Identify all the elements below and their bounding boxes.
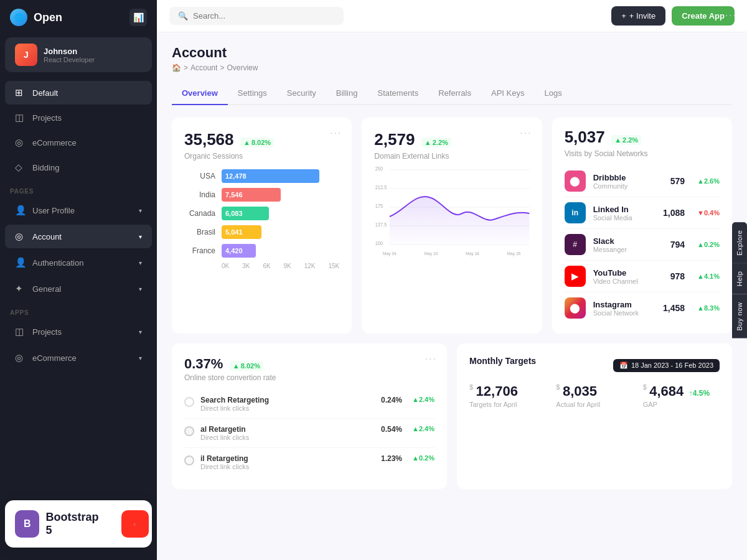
- conversion-item-2: al Retargetin Direct link clicks 0.54% ▲…: [184, 419, 435, 448]
- sidebar-logo: 🌐 Open 📊: [0, 0, 157, 35]
- sidebar-item-account[interactable]: ◎ Account ▾: [5, 225, 152, 248]
- social-youtube: ▶ YouTube Video Channel 978 ▲4.1%: [565, 261, 720, 292]
- stat-label: Domain External Links: [374, 152, 529, 161]
- more-options-icon[interactable]: ···: [520, 128, 532, 139]
- sidebar-item-general[interactable]: ✦ General ▾: [5, 277, 152, 301]
- conversion-value: 0.37%: [184, 356, 223, 371]
- bar-row-brasil: Brasil 5,041: [184, 225, 339, 239]
- bottom-grid: 0.37% ▲ 8.02% Online store convertion ra…: [172, 343, 732, 489]
- conversion-item-1: Search Retargeting Direct link clicks 0.…: [184, 390, 435, 419]
- home-icon: 🏠: [172, 63, 181, 72]
- sidebar-item-projects[interactable]: ◫ Projects: [5, 106, 152, 129]
- sidebar-item-default[interactable]: ⊞ Default: [5, 81, 152, 105]
- stat-badge: ▲ 2.2%: [421, 138, 451, 147]
- actual-april: $ 8,035 Actual for April: [556, 383, 632, 408]
- page-header: Account 🏠 > Account > Overview: [172, 45, 732, 72]
- sidebar-item-ecommerce[interactable]: ◎ eCommerce: [5, 131, 152, 154]
- tab-overview[interactable]: Overview: [172, 82, 228, 105]
- tab-security[interactable]: Security: [277, 82, 326, 105]
- bidding-icon: ◇: [15, 162, 26, 173]
- social-slack: # Slack Messanger 794 ▲0.2%: [565, 229, 720, 261]
- search-box[interactable]: 🔍: [169, 7, 344, 25]
- bar-chart: USA 12,478 India 7,546 Canada: [184, 169, 339, 269]
- conversion-label: Online store convertion rate: [184, 373, 435, 382]
- stat-social-visits: 5,037 ▲ 2.2% Visits by Social Networks ·…: [552, 118, 732, 334]
- tab-api-keys[interactable]: API Keys: [481, 82, 534, 105]
- apps-section-label: APPS: [0, 302, 157, 319]
- auth-icon: 👤: [15, 257, 26, 268]
- stat-label: Organic Sessions: [184, 152, 339, 161]
- svg-text:212.5: 212.5: [375, 184, 387, 190]
- stat-value: 5,037: [565, 128, 605, 146]
- social-dribbble: ⬤ Dribbble Community 579 ▲2.6%: [565, 166, 720, 197]
- sidebar-item-user-profile[interactable]: 👤 User Profile ▾: [5, 198, 152, 222]
- more-options-icon[interactable]: ···: [330, 128, 342, 139]
- slack-icon: #: [565, 234, 586, 255]
- date-range: 📅 18 Jan 2023 - 16 Feb 2023: [613, 359, 720, 372]
- more-options-icon[interactable]: ···: [425, 353, 437, 365]
- breadcrumb-account[interactable]: Account: [190, 63, 217, 72]
- stat-value: 2,579: [374, 130, 415, 149]
- pages-section-label: PAGES: [0, 180, 157, 197]
- plus-icon: +: [621, 11, 626, 21]
- analytics-icon[interactable]: 📊: [129, 9, 147, 26]
- stat-badge: ▲ 8.02%: [240, 138, 274, 147]
- calendar-icon: 📅: [619, 362, 628, 370]
- side-tabs: Explore Help Buy now: [732, 222, 747, 338]
- sidebar-item-bidding[interactable]: ◇ Bidding: [5, 156, 152, 179]
- dribbble-icon: ⬤: [565, 170, 586, 192]
- invite-button[interactable]: + + Invite: [611, 6, 665, 26]
- sidebar-item-ecommerce-app[interactable]: ◎ eCommerce ▾: [5, 346, 152, 370]
- stat-value: 35,568: [184, 130, 234, 149]
- monthly-targets-title: Monthly Targets: [469, 356, 536, 366]
- search-input[interactable]: [193, 11, 335, 21]
- tab-settings[interactable]: Settings: [228, 82, 277, 105]
- svg-text:100: 100: [375, 240, 383, 246]
- main-content: 🔍 + + Invite Create App Account 🏠 > Acco…: [157, 0, 747, 560]
- svg-text:May 04: May 04: [383, 250, 397, 256]
- stat-domain-links: 2,579 ▲ 2.2% Domain External Links ··· 2…: [362, 118, 542, 334]
- explore-tab[interactable]: Explore: [732, 222, 747, 263]
- linkedin-icon: in: [565, 202, 586, 223]
- avatar: J: [15, 44, 37, 66]
- breadcrumb-overview: Overview: [227, 63, 258, 72]
- svg-text:137.5: 137.5: [375, 222, 387, 228]
- instagram-icon: ⬤: [565, 297, 586, 319]
- chevron-down-icon: ▾: [139, 355, 142, 362]
- tab-logs[interactable]: Logs: [534, 82, 571, 105]
- help-tab[interactable]: Help: [732, 263, 747, 294]
- ecommerce-icon: ◎: [15, 137, 26, 148]
- sidebar-item-authentication[interactable]: 👤 Authentication ▾: [5, 251, 152, 274]
- tab-statements[interactable]: Statements: [367, 82, 428, 105]
- bar-row-usa: USA 12,478: [184, 169, 339, 183]
- stats-grid: 35,568 ▲ 8.02% Organic Sessions ··· USA …: [172, 118, 732, 334]
- projects-app-icon: ◫: [15, 326, 26, 337]
- bar-row-canada: Canada 6,083: [184, 207, 339, 220]
- laravel-icon: 🔺: [121, 510, 149, 538]
- social-instagram: ⬤ Instagram Social Network 1,458 ▲8.3%: [565, 292, 720, 324]
- sidebar-item-projects-app[interactable]: ◫ Projects ▾: [5, 320, 152, 343]
- gap: $ 4,684 ↑4.5% GAP: [643, 383, 720, 408]
- target-april: $ 12,706 Targets for April: [469, 383, 546, 408]
- conversion-badge: ▲ 8.02%: [230, 361, 263, 371]
- app-name: Open: [34, 11, 62, 24]
- user-card[interactable]: J Johnson React Developer: [5, 37, 152, 72]
- chevron-down-icon: ▾: [139, 329, 142, 335]
- laravel-label: Laravel: [155, 518, 157, 531]
- content-area: Account 🏠 > Account > Overview Overview …: [157, 32, 747, 560]
- page-title: Account: [172, 45, 732, 61]
- monthly-targets-card: Monthly Targets 📅 18 Jan 2023 - 16 Feb 2…: [457, 343, 732, 489]
- svg-text:May 10: May 10: [425, 250, 438, 256]
- account-icon: ◎: [15, 231, 26, 242]
- frameworks-card: B Bootstrap 5 🔺 Laravel: [5, 500, 152, 548]
- buy-now-tab[interactable]: Buy now: [732, 294, 747, 338]
- bootstrap-label: Bootstrap 5: [45, 511, 101, 537]
- tabs: Overview Settings Security Billing State…: [172, 82, 732, 105]
- chevron-down-icon: ▾: [139, 233, 142, 240]
- youtube-icon: ▶: [565, 266, 586, 287]
- tab-billing[interactable]: Billing: [326, 82, 368, 105]
- general-icon: ✦: [15, 283, 26, 294]
- search-icon: 🔍: [178, 11, 188, 21]
- bar-row-india: India 7,546: [184, 188, 339, 202]
- tab-referrals[interactable]: Referrals: [428, 82, 481, 105]
